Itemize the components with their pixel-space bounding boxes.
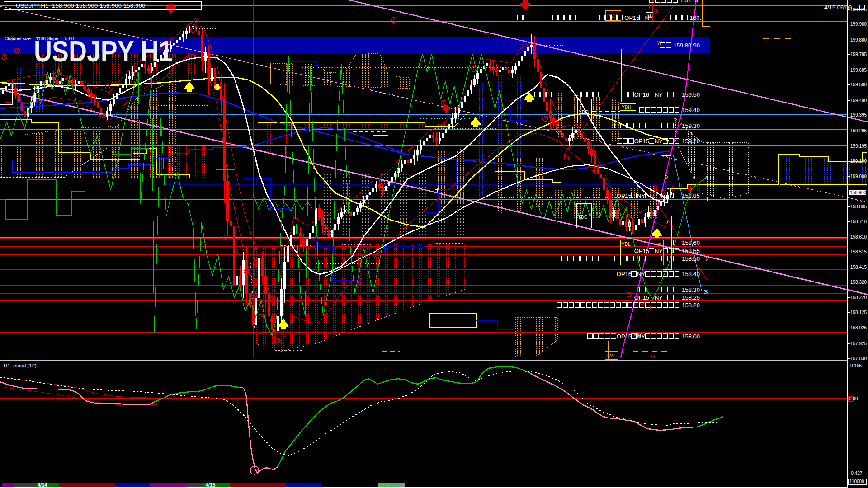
svg-text:OP15: OP15	[617, 333, 632, 340]
svg-text:158.220: 158.220	[850, 295, 867, 300]
svg-text:159.100: 159.100	[850, 159, 867, 164]
svg-text:160.075: 160.075	[850, 7, 867, 12]
svg-text:NY: NY	[655, 294, 663, 301]
svg-text:159.685: 159.685	[850, 68, 867, 73]
svg-text:159.590: 159.590	[850, 82, 867, 87]
svg-text:158.50: 158.50	[680, 255, 700, 262]
svg-text:OP15: OP15	[634, 294, 649, 301]
svg-text:158.30: 158.30	[680, 286, 700, 293]
svg-text:158.40: 158.40	[680, 271, 700, 277]
svg-text:158.55: 158.55	[680, 248, 700, 254]
svg-text:158.025: 158.025	[850, 325, 867, 330]
svg-text:4/14: 4/14	[38, 482, 47, 488]
svg-text:YDO: YDO	[579, 110, 589, 115]
svg-text:159.785: 159.785	[850, 52, 867, 57]
svg-text:160.: 160.	[688, 14, 701, 21]
svg-text:macd ON: macd ON	[380, 483, 399, 488]
svg-text:OP16: OP16	[634, 91, 649, 98]
svg-text:OP16: OP16	[617, 271, 632, 277]
svg-text:159.80-90: 159.80-90	[672, 42, 700, 49]
svg-text:USDJPY H1: USDJPY H1	[34, 35, 173, 68]
svg-text:159.490: 159.490	[850, 98, 867, 103]
svg-text:LWL: LWL	[606, 353, 615, 358]
svg-text:158.415: 158.415	[850, 265, 867, 270]
svg-text:H1 macd (12): H1 macd (12)	[4, 363, 37, 368]
svg-text:NY: NY	[637, 333, 645, 340]
svg-text:158.20: 158.20	[680, 302, 700, 309]
svg-text:158.85: 158.85	[680, 192, 700, 199]
svg-text:159.880: 159.880	[850, 38, 867, 42]
svg-text:158.25: 158.25	[680, 294, 700, 301]
svg-text:4: 4	[704, 174, 708, 182]
svg-text:NY: NY	[637, 271, 645, 277]
svg-text:YDC: YDC	[578, 215, 587, 220]
svg-text:USDJPY,H1 158.900 158.900 158: USDJPY,H1 158.900 158.900 158.900 158.90…	[16, 2, 145, 9]
svg-text:158.805: 158.805	[850, 204, 867, 209]
svg-text:158.125: 158.125	[850, 310, 867, 315]
svg-text:158.00: 158.00	[680, 333, 700, 340]
svg-text:2: 2	[705, 255, 709, 263]
svg-text:160.10: 160.10	[679, 0, 698, 4]
svg-text:4/15: 4/15	[206, 482, 215, 488]
svg-text:3: 3	[704, 288, 708, 296]
svg-text:157.925: 157.925	[850, 341, 867, 346]
svg-text:D: D	[665, 175, 668, 180]
svg-text:157.830: 157.830	[850, 356, 867, 361]
svg-text:158.900: 158.900	[850, 190, 867, 195]
svg-text:158.710: 158.710	[850, 219, 867, 224]
svg-text:159.50: 159.50	[680, 91, 700, 98]
svg-text:159.295: 159.295	[850, 128, 867, 133]
svg-text:159.20: 159.20	[680, 138, 700, 145]
svg-text:W: W	[657, 41, 662, 46]
svg-text:NY: NY	[645, 14, 653, 21]
svg-text:NY: NY	[655, 248, 663, 254]
svg-text:D: D	[665, 220, 668, 225]
svg-text:158.610: 158.610	[850, 235, 867, 239]
svg-text:LWH: LWH	[607, 14, 617, 19]
svg-text:YDL: YDL	[622, 242, 631, 247]
svg-text:158.60: 158.60	[680, 239, 700, 246]
svg-text:YDH: YDH	[622, 105, 631, 110]
svg-text:NY: NY	[655, 138, 663, 145]
svg-text:1: 1	[705, 195, 709, 202]
svg-text:0.195: 0.195	[850, 363, 862, 368]
svg-text:OP15: OP15	[634, 138, 649, 145]
svg-text:OP15: OP15	[617, 192, 632, 199]
svg-text:-0.427: -0.427	[849, 471, 863, 476]
svg-text:158.320: 158.320	[850, 280, 867, 285]
svg-text:159.395: 159.395	[850, 113, 867, 117]
svg-text:W: W	[657, 242, 661, 247]
svg-text:159.30: 159.30	[680, 122, 700, 129]
svg-text:OP15: OP15	[623, 14, 640, 21]
svg-text:159.195: 159.195	[850, 144, 867, 149]
svg-text:0.00: 0.00	[849, 396, 858, 401]
svg-text:159.980: 159.980	[850, 22, 867, 27]
svg-text:158.515: 158.515	[850, 249, 867, 254]
svg-text:NY: NY	[637, 192, 645, 199]
svg-text:OP15: OP15	[634, 248, 649, 254]
svg-text:159.40: 159.40	[680, 107, 700, 113]
svg-text:110000: 110000	[849, 479, 864, 484]
svg-text:159.000: 159.000	[850, 174, 867, 179]
svg-text:NY: NY	[655, 91, 663, 98]
svg-text:M: M	[651, 354, 655, 359]
